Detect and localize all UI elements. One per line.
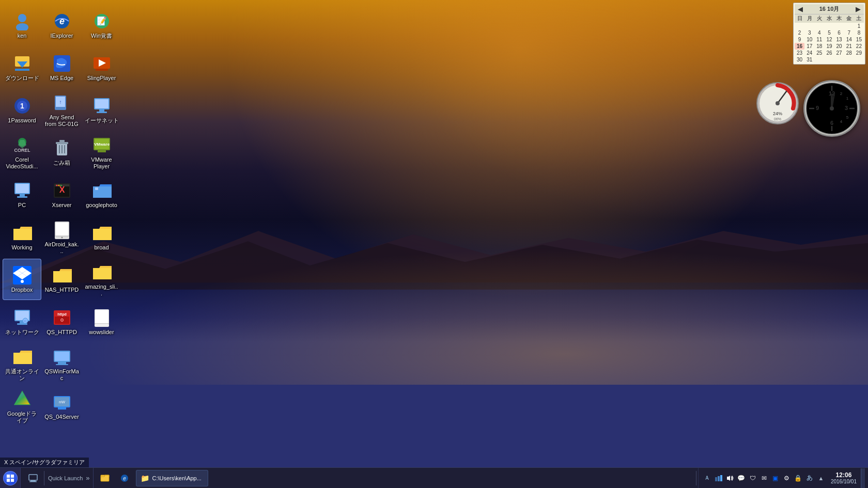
slingplayer-label: SlingPlayer xyxy=(87,75,116,82)
desktop-icon-slingplayer[interactable]: SlingPlayer xyxy=(82,47,121,88)
desktop-icon-wowslider[interactable]: wowslider xyxy=(82,301,121,342)
calendar-day[interactable]: 9 xyxy=(795,36,804,43)
calendar-day[interactable]: 1 xyxy=(854,23,864,29)
svg-text:↑: ↑ xyxy=(59,99,61,105)
desktop-icon-broad[interactable]: broad xyxy=(82,216,121,258)
calendar-day[interactable]: 29 xyxy=(854,50,864,56)
calendar-day[interactable]: 13 xyxy=(834,36,844,43)
svg-rect-110 xyxy=(30,480,36,481)
desktop-icon-download[interactable]: ダウンロード xyxy=(3,47,41,88)
xserver-label: Xserver xyxy=(52,202,72,209)
calendar-day[interactable]: 16 xyxy=(795,43,804,50)
desktop-icon-qswinformac[interactable]: QSWinForMac xyxy=(42,343,81,385)
ql-expand[interactable]: » xyxy=(86,474,89,482)
desktop-icon-pc[interactable]: PC xyxy=(3,174,41,215)
network-icon: ↔ xyxy=(12,307,33,328)
desktop-icon-anysend[interactable]: ↑ Any Send from SC-01G xyxy=(42,89,81,131)
ken-icon xyxy=(12,11,33,32)
tray-mail-icon[interactable]: ✉ xyxy=(759,473,769,483)
tray-balloon-icon[interactable]: 💬 xyxy=(736,473,747,483)
taskbar-app-button[interactable]: 📁 C:\Users\ken\App... xyxy=(136,470,208,486)
tray-extra-icon[interactable]: ⚙ xyxy=(782,473,792,483)
svg-text:nW: nW xyxy=(59,400,65,404)
desktop-icon-working[interactable]: Working xyxy=(3,216,41,258)
svg-text:↔: ↔ xyxy=(23,319,27,323)
calendar-day[interactable]: 23 xyxy=(795,50,804,56)
desktop-icon-nas-httpd[interactable]: NAS_HTTPD xyxy=(42,259,81,300)
calendar-day[interactable]: 31 xyxy=(804,56,814,63)
start-button[interactable] xyxy=(0,468,21,489)
desktop-icon-qs-httpd[interactable]: httpd ⚙ QS_HTTPD xyxy=(42,301,81,342)
calendar-day[interactable]: 19 xyxy=(824,43,834,50)
desktop-icon-vmware[interactable]: VMware VMware Player xyxy=(82,132,121,173)
calendar-prev-button[interactable]: ◀ xyxy=(797,5,804,13)
desktop-icon-qs04server[interactable]: nW QS_04Server xyxy=(42,386,81,427)
taskbar-explorer-button[interactable] xyxy=(97,470,113,486)
desktop-icon-kyotsu[interactable]: 共通オンライン xyxy=(3,343,41,385)
calendar-day[interactable]: 17 xyxy=(804,43,814,50)
show-desktop-button[interactable] xyxy=(25,470,41,486)
tray-dropbox-tray-icon[interactable]: ▣ xyxy=(770,473,781,483)
tray-keyboard-icon[interactable]: あ xyxy=(804,473,815,483)
desktop-icon-msedge[interactable]: MS Edge xyxy=(42,47,81,88)
desktop-icon-ken[interactable]: ken xyxy=(3,5,41,46)
desktop-icon-network[interactable]: ↔ ネットワーク xyxy=(3,301,41,342)
desktop-icon-amazing-sli[interactable]: amazing_sli... xyxy=(82,259,121,300)
calendar-day[interactable]: 6 xyxy=(834,29,844,36)
desktop-icon-corel[interactable]: COREL Corel VideoStudi... xyxy=(3,132,41,173)
svg-rect-109 xyxy=(29,475,37,480)
svg-rect-64 xyxy=(58,407,66,410)
calendar-day[interactable]: 15 xyxy=(854,36,864,43)
calendar-next-button[interactable]: ▶ xyxy=(855,5,862,13)
calendar-day[interactable]: 27 xyxy=(834,50,844,56)
calendar-day[interactable]: 20 xyxy=(834,43,844,50)
svg-rect-72 xyxy=(95,99,109,108)
dropbox-icon xyxy=(12,265,33,286)
calendar-day[interactable]: 4 xyxy=(814,29,824,36)
taskbar-ie-button[interactable]: e xyxy=(116,470,133,486)
tray-extra2-icon[interactable]: 🔒 xyxy=(793,473,803,483)
desktop-icon-gdrive[interactable]: Googleドライブ xyxy=(3,386,41,427)
tray-network-icon[interactable] xyxy=(714,473,724,483)
calendar-day[interactable]: 5 xyxy=(824,29,834,36)
pc-label: PC xyxy=(18,202,26,209)
desktop-icon-winmemo[interactable]: 📝 Win覚書 xyxy=(82,5,121,46)
ime-status-text: X スペイン/サグラダファミリア xyxy=(4,459,85,465)
calendar-day[interactable]: 11 xyxy=(814,36,824,43)
calendar-day[interactable]: 28 xyxy=(844,50,854,56)
desktop-icon-ethernet[interactable]: イーサネット xyxy=(82,89,121,131)
tray-expand-icon[interactable]: ▲ xyxy=(816,473,826,483)
calendar-day[interactable]: 3 xyxy=(804,29,814,36)
calendar-day[interactable]: 30 xyxy=(795,56,804,63)
calendar-day[interactable]: 24 xyxy=(804,50,814,56)
calendar-day[interactable]: 8 xyxy=(854,29,864,36)
desktop-icon-airdroid[interactable]: AirDroid_kak... xyxy=(42,216,81,258)
calendar-day[interactable]: 12 xyxy=(824,36,834,43)
desktop-icon-1password[interactable]: 1 1Password xyxy=(3,89,41,131)
network-label: ネットワーク xyxy=(5,329,39,336)
amazing-sli-icon xyxy=(91,262,112,282)
clock-area[interactable]: 12:06 2016/10/01 xyxy=(827,468,861,489)
calendar-day[interactable]: 10 xyxy=(804,36,814,43)
desktop-icon-iexplorer[interactable]: e IExplorer xyxy=(42,5,81,46)
desktop-icon-dropbox[interactable]: Dropbox xyxy=(3,259,41,300)
desktop-icon-xserver[interactable]: X Xserver xyxy=(42,174,81,215)
desktop-icon-gomi[interactable]: ごみ箱 xyxy=(42,132,81,173)
svg-rect-39 xyxy=(59,140,65,142)
svg-point-3 xyxy=(16,23,28,30)
desktop-icon-googlephoto[interactable]: googlephoto xyxy=(82,174,121,215)
taskbar: Quick Launch » e 📁 C:\User xyxy=(0,467,868,488)
calendar-day[interactable]: 18 xyxy=(814,43,824,50)
tray-shield-icon[interactable]: 🛡 xyxy=(748,473,758,483)
tray-volume-icon[interactable] xyxy=(725,473,735,483)
cal-header-wed: 水 xyxy=(824,14,834,23)
show-desktop-strip[interactable] xyxy=(861,468,865,488)
calendar-day[interactable]: 26 xyxy=(824,50,834,56)
calendar-day[interactable]: 7 xyxy=(844,29,854,36)
tray-ime-icon[interactable]: Ａ xyxy=(702,473,712,483)
calendar-day[interactable]: 14 xyxy=(844,36,854,43)
calendar-day[interactable]: 22 xyxy=(854,43,864,50)
calendar-day[interactable]: 21 xyxy=(844,43,854,50)
calendar-day[interactable]: 25 xyxy=(814,50,824,56)
calendar-day[interactable]: 2 xyxy=(795,29,804,36)
